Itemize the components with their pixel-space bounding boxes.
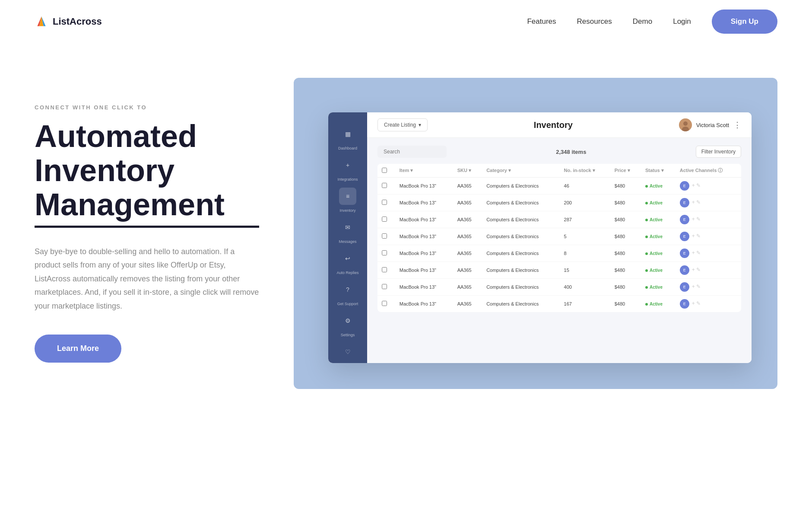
row-item: MacBook Pro 13" bbox=[395, 296, 453, 312]
edit-icon[interactable]: ✎ bbox=[696, 233, 701, 239]
row-sku: AA365 bbox=[453, 211, 482, 228]
inventory-table-body: MacBook Pro 13" AA365 Computers & Electr… bbox=[377, 178, 741, 312]
edit-icon[interactable]: ✎ bbox=[696, 300, 701, 306]
channel-btn[interactable]: E bbox=[680, 249, 689, 258]
row-checkbox-cell bbox=[377, 178, 395, 194]
sidebar-item-dashboard[interactable]: ▦ Dashboard bbox=[338, 123, 357, 150]
row-sku: AA365 bbox=[453, 245, 482, 262]
topbar-menu-icon[interactable]: ⋮ bbox=[733, 120, 741, 130]
support-icon: ? bbox=[346, 286, 349, 293]
nav-resources[interactable]: Resources bbox=[577, 17, 612, 26]
row-price: $480 bbox=[610, 178, 641, 194]
autoreplies-icon: ↩ bbox=[345, 255, 350, 262]
signup-button[interactable]: Sign Up bbox=[712, 10, 777, 34]
row-stock: 46 bbox=[560, 178, 610, 194]
hero-content: CONNECT WITH ONE CLICK TO Automated Inve… bbox=[35, 104, 259, 363]
row-category: Computers & Electronics bbox=[482, 296, 559, 312]
row-checkbox-3[interactable] bbox=[382, 233, 387, 239]
nav-login[interactable]: Login bbox=[673, 17, 691, 26]
edit-icon[interactable]: ✎ bbox=[696, 250, 701, 256]
add-channel-icon[interactable]: + bbox=[692, 284, 695, 290]
sidebar-item-settings[interactable]: ⚙ Settings bbox=[339, 309, 356, 337]
add-channel-icon[interactable]: + bbox=[692, 267, 695, 273]
row-channels: E + ✎ bbox=[676, 228, 741, 245]
row-channels: E + ✎ bbox=[676, 211, 741, 228]
filter-button[interactable]: Filter Inventory bbox=[696, 146, 741, 158]
hero-title-line1: Automated bbox=[35, 119, 197, 153]
row-price: $480 bbox=[610, 296, 641, 312]
row-checkbox-2[interactable] bbox=[382, 217, 387, 222]
row-checkbox-0[interactable] bbox=[382, 183, 387, 188]
channel-btn[interactable]: E bbox=[680, 299, 689, 309]
brand-logo[interactable]: ListAcross bbox=[35, 15, 102, 29]
row-checkbox-7[interactable] bbox=[382, 301, 387, 306]
add-channel-icon[interactable]: + bbox=[692, 199, 695, 205]
sidebar-item-messages[interactable]: ✉ Messages bbox=[339, 216, 356, 244]
row-sku: AA365 bbox=[453, 296, 482, 312]
row-checkbox-5[interactable] bbox=[382, 267, 387, 272]
channel-btn[interactable]: E bbox=[680, 232, 689, 241]
add-channel-icon[interactable]: + bbox=[692, 233, 695, 239]
sidebar-item-support[interactable]: ? Get Support bbox=[337, 278, 358, 306]
app-topbar: Create Listing ▾ Inventory bbox=[367, 112, 752, 138]
status-label: Active bbox=[650, 251, 663, 256]
row-checkbox-6[interactable] bbox=[382, 284, 387, 289]
sidebar-label-messages: Messages bbox=[339, 239, 356, 244]
col-status: Status ▾ bbox=[641, 164, 676, 178]
sidebar-item-integrations[interactable]: + Integrations bbox=[337, 154, 358, 182]
app-sidebar: ▦ Dashboard + Integrations ≡ bbox=[328, 112, 367, 363]
sidebar-item-inventory[interactable]: ≡ Inventory bbox=[339, 185, 356, 213]
add-channel-icon[interactable]: + bbox=[692, 300, 695, 306]
sidebar-label-autoreplies: Auto Replies bbox=[336, 271, 358, 275]
col-item: Item ▾ bbox=[395, 164, 453, 178]
channel-btn[interactable]: E bbox=[680, 282, 689, 292]
channel-btn[interactable]: E bbox=[680, 215, 689, 224]
row-stock: 15 bbox=[560, 262, 610, 279]
inventory-toolbar: 2,348 items Filter Inventory bbox=[377, 146, 741, 158]
row-price: $480 bbox=[610, 279, 641, 296]
table-row: MacBook Pro 13" AA365 Computers & Electr… bbox=[377, 279, 741, 296]
status-dot bbox=[645, 236, 648, 238]
sidebar-label-support: Get Support bbox=[337, 302, 358, 306]
channel-btn[interactable]: E bbox=[680, 265, 689, 275]
edit-icon[interactable]: ✎ bbox=[696, 284, 701, 290]
row-status: Active bbox=[641, 279, 676, 296]
sidebar-item-autoreplies[interactable]: ↩ Auto Replies bbox=[336, 247, 358, 275]
edit-icon[interactable]: ✎ bbox=[696, 216, 701, 222]
dashboard-icon: ▦ bbox=[345, 131, 351, 137]
select-all-checkbox[interactable] bbox=[382, 168, 387, 173]
row-channels: E + ✎ bbox=[676, 296, 741, 312]
search-input[interactable] bbox=[377, 146, 447, 158]
add-channel-icon[interactable]: + bbox=[692, 182, 695, 188]
inventory-content: 2,348 items Filter Inventory Item ▾ SKU … bbox=[367, 138, 752, 363]
avatar-image bbox=[679, 118, 692, 131]
channel-btn[interactable]: E bbox=[680, 181, 689, 191]
row-item: MacBook Pro 13" bbox=[395, 211, 453, 228]
edit-icon[interactable]: ✎ bbox=[696, 267, 701, 273]
edit-icon[interactable]: ✎ bbox=[696, 182, 701, 188]
nav-demo[interactable]: Demo bbox=[633, 17, 652, 26]
settings-icon: ⚙ bbox=[345, 317, 351, 324]
add-channel-icon[interactable]: + bbox=[692, 216, 695, 222]
table-row: MacBook Pro 13" AA365 Computers & Electr… bbox=[377, 211, 741, 228]
create-listing-button[interactable]: Create Listing ▾ bbox=[377, 118, 428, 131]
row-checkbox-cell bbox=[377, 211, 395, 228]
add-channel-icon[interactable]: + bbox=[692, 250, 695, 256]
inventory-icon: ≡ bbox=[346, 193, 349, 200]
edit-icon[interactable]: ✎ bbox=[696, 199, 701, 205]
row-checkbox-4[interactable] bbox=[382, 250, 387, 255]
row-item: MacBook Pro 13" bbox=[395, 279, 453, 296]
row-checkbox-cell bbox=[377, 296, 395, 312]
row-sku: AA365 bbox=[453, 262, 482, 279]
col-channels: Active Channels ⓘ bbox=[676, 164, 741, 178]
status-dot bbox=[645, 303, 648, 306]
row-stock: 287 bbox=[560, 211, 610, 228]
row-checkbox-1[interactable] bbox=[382, 200, 387, 205]
topbar-right: Victoria Scott ⋮ bbox=[679, 118, 741, 131]
learn-more-button[interactable]: Learn More bbox=[35, 335, 121, 363]
nav-features[interactable]: Features bbox=[527, 17, 556, 26]
sidebar-item-refer[interactable]: ♡ Refer Friends bbox=[336, 341, 360, 363]
row-sku: AA365 bbox=[453, 194, 482, 211]
table-row: MacBook Pro 13" AA365 Computers & Electr… bbox=[377, 178, 741, 194]
channel-btn[interactable]: E bbox=[680, 198, 689, 207]
